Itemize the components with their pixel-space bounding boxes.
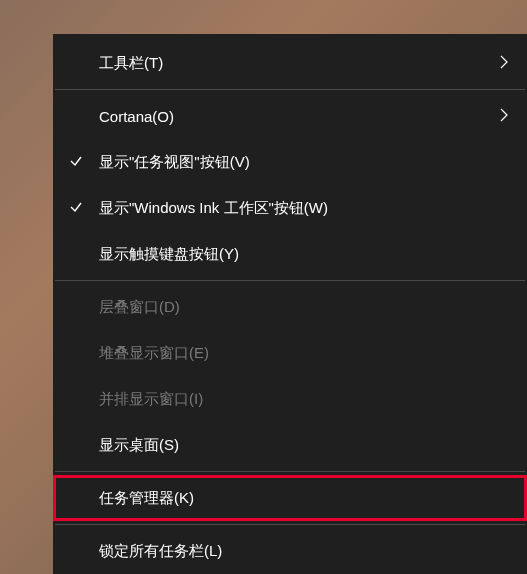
menu-label: 显示桌面(S) [99, 436, 179, 455]
menu-item-touch-keyboard[interactable]: 显示触摸键盘按钮(Y) [53, 231, 527, 277]
menu-label: 显示触摸键盘按钮(Y) [99, 245, 239, 264]
menu-item-task-manager[interactable]: 任务管理器(K) [53, 475, 527, 521]
menu-label: 工具栏(T) [99, 54, 163, 73]
menu-item-task-view[interactable]: 显示"任务视图"按钮(V) [53, 139, 527, 185]
menu-label: 显示"任务视图"按钮(V) [99, 153, 250, 172]
menu-label: 任务管理器(K) [99, 489, 194, 508]
menu-label: Cortana(O) [99, 108, 174, 125]
taskbar-context-menu: 工具栏(T) Cortana(O) 显示"任务视图"按钮(V) 显示"Windo… [53, 34, 527, 574]
divider [55, 280, 525, 281]
divider [55, 471, 525, 472]
checkmark-icon [69, 154, 83, 171]
divider [55, 524, 525, 525]
menu-item-cascade: 层叠窗口(D) [53, 284, 527, 330]
chevron-right-icon [499, 108, 509, 125]
chevron-right-icon [499, 55, 509, 72]
menu-item-toolbars[interactable]: 工具栏(T) [53, 40, 527, 86]
menu-item-sidebyside: 并排显示窗口(I) [53, 376, 527, 422]
checkmark-icon [69, 200, 83, 217]
menu-item-lock-taskbars[interactable]: 锁定所有任务栏(L) [53, 528, 527, 574]
menu-label: 显示"Windows Ink 工作区"按钮(W) [99, 199, 328, 218]
menu-label: 堆叠显示窗口(E) [99, 344, 209, 363]
menu-label: 并排显示窗口(I) [99, 390, 203, 409]
menu-label: 层叠窗口(D) [99, 298, 180, 317]
menu-item-windows-ink[interactable]: 显示"Windows Ink 工作区"按钮(W) [53, 185, 527, 231]
menu-item-stack: 堆叠显示窗口(E) [53, 330, 527, 376]
menu-label: 锁定所有任务栏(L) [99, 542, 222, 561]
menu-item-cortana[interactable]: Cortana(O) [53, 93, 527, 139]
divider [55, 89, 525, 90]
menu-item-show-desktop[interactable]: 显示桌面(S) [53, 422, 527, 468]
